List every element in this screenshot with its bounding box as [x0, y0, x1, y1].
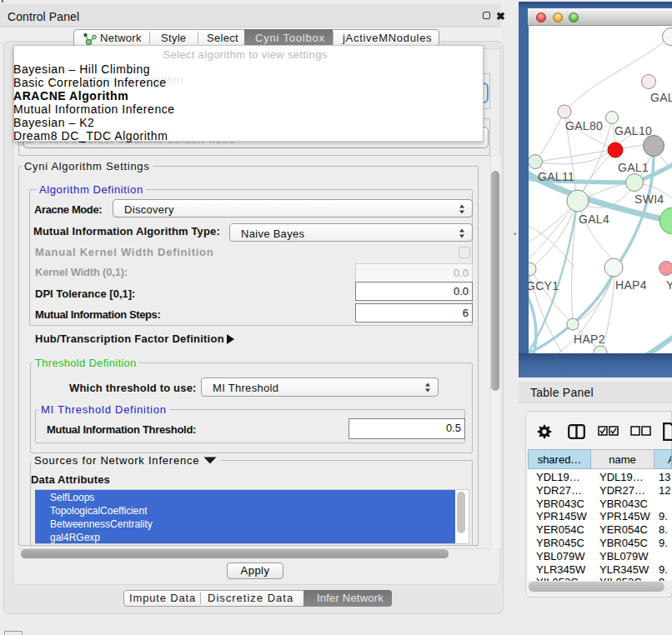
svg-text:GCY1: GCY1	[529, 279, 559, 292]
svg-text:GAL: GAL	[650, 91, 672, 104]
svg-text:GAL4: GAL4	[579, 212, 609, 226]
svg-text:HAP4: HAP4	[615, 278, 647, 292]
svg-text:GAL80: GAL80	[565, 119, 603, 132]
svg-text:GAL10: GAL10	[614, 124, 652, 138]
svg-text:GAL11: GAL11	[538, 170, 574, 183]
svg-text:Y: Y	[666, 278, 672, 292]
svg-text:HAP2: HAP2	[574, 332, 605, 346]
svg-text:GAL1: GAL1	[618, 161, 649, 174]
svg-text:SWI4: SWI4	[634, 192, 664, 206]
